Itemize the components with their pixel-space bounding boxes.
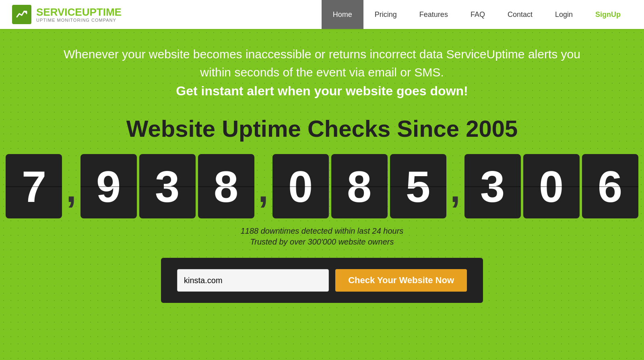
header: SERVICEUPTIME UPTIME MONITORING COMPANY … [0,0,644,29]
downtime-stat: 1188 downtimes detected within last 24 h… [241,226,404,236]
digit-4: 8 [198,154,254,218]
hero-section: Whenever your website becomes inaccessib… [0,29,644,360]
nav-login[interactable]: Login [544,0,584,29]
counter-stats: 1188 downtimes detected within last 24 h… [241,226,404,248]
nav-pricing[interactable]: Pricing [363,0,408,29]
digit-9: 0 [523,154,580,218]
digit-10: 6 [582,154,638,218]
hero-title: Website Uptime Checks Since 2005 [126,115,518,142]
tagline-bold: Get instant alert when your website goes… [176,84,468,98]
trusted-stat: Trusted by over 300'000 website owners [241,237,404,247]
digit-3: 3 [139,154,196,218]
nav-faq[interactable]: FAQ [459,0,496,29]
tagline-line1: Whenever your website becomes inaccessib… [64,47,580,61]
nav-features[interactable]: Features [408,0,459,29]
logo-tagline: UPTIME MONITORING COMPANY [36,18,122,23]
digit-5: 0 [272,154,329,218]
comma-1: , [66,169,76,218]
website-check-box: Check Your Website Now [161,258,483,303]
website-input[interactable] [177,269,329,292]
nav-signup[interactable]: SignUp [584,0,632,29]
digit-7: 5 [390,154,446,218]
digit-8: 3 [464,154,521,218]
logo-icon [12,5,31,24]
logo-text: SERVICEUPTIME UPTIME MONITORING COMPANY [36,6,122,23]
digit-1: 7 [6,154,62,218]
nav-home[interactable]: Home [322,0,363,29]
logo-prefix: SERVICE [36,6,82,18]
digit-6: 8 [331,154,388,218]
uptime-counter: 7 , 9 3 8 , 0 8 5 , 3 0 6 [6,154,638,218]
nav-contact[interactable]: Contact [496,0,544,29]
check-website-button[interactable]: Check Your Website Now [335,269,467,292]
digit-2: 9 [80,154,137,218]
logo-suffix: UPTIME [82,6,122,18]
hero-tagline: Whenever your website becomes inaccessib… [64,45,580,101]
navigation: Home Pricing Features FAQ Contact Login … [322,0,632,29]
logo: SERVICEUPTIME UPTIME MONITORING COMPANY [12,5,122,24]
logo-name: SERVICEUPTIME [36,6,122,18]
tagline-line2: within seconds of the event via email or… [200,66,444,79]
comma-2: , [258,169,268,218]
comma-3: , [450,169,460,218]
